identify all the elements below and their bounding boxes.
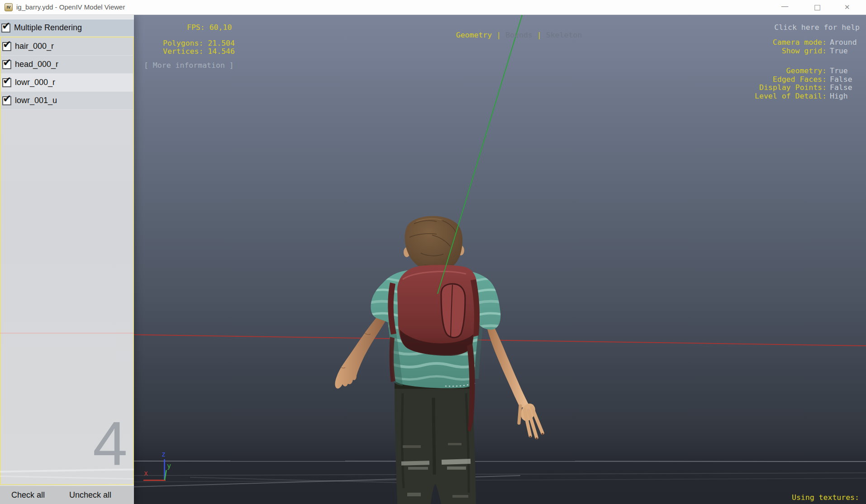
- camera-settings: Camera mode:Around Show grid:True: [773, 38, 859, 55]
- tab-separator: |: [496, 31, 501, 39]
- list-item-label: head_000_r: [15, 60, 58, 69]
- checkbox-checked-icon[interactable]: ✔: [2, 42, 12, 52]
- axis-x-label: x: [144, 469, 148, 477]
- level-of-detail-label: Level of Detail:: [755, 92, 827, 101]
- more-information-link[interactable]: [ More information ]: [144, 61, 234, 70]
- camera-mode-value: Around: [830, 38, 859, 47]
- textures-panel: Using textures: ig_barry.ytd [-] [+] Add…: [787, 467, 859, 504]
- list-item-label: lowr_000_r: [15, 78, 55, 87]
- using-textures-heading: Using textures:: [787, 491, 859, 504]
- edged-faces-label: Edged Faces:: [755, 75, 827, 84]
- display-points-value: False: [830, 84, 859, 92]
- maximize-button[interactable]: □: [814, 3, 821, 11]
- show-grid-value: True: [830, 47, 859, 56]
- level-of-detail-value: High: [830, 92, 859, 101]
- show-grid-label: Show grid:: [773, 47, 827, 56]
- left-arm: [335, 310, 388, 389]
- list-item-label: lowr_001_u: [15, 96, 57, 105]
- fps-counter: FPS: 60,10: [187, 23, 232, 32]
- render-settings: Geometry:True Edged Faces:False Display …: [755, 67, 859, 100]
- list-item-lowr-001[interactable]: ✔ lowr_001_u: [1, 92, 133, 110]
- checkbox-checked-icon[interactable]: ✔: [2, 60, 12, 70]
- tab-skeleton[interactable]: Skeleton: [546, 31, 582, 39]
- list-item-label: hair_000_r: [15, 42, 54, 51]
- display-points-label: Display Points:: [755, 84, 827, 92]
- openiv-model-viewer-window: FPS: 60,10 Polygons: 21.504 Vertices: 14…: [0, 0, 866, 504]
- checkbox-checked-icon[interactable]: ✔: [1, 23, 11, 33]
- tab-separator: |: [537, 31, 542, 39]
- title-bar: IV ig_barry.ydd - OpenIV Model Viewer — …: [0, 0, 866, 15]
- geometry-value: True: [830, 67, 859, 75]
- edged-faces-value: False: [830, 75, 859, 84]
- camera-mode-label: Camera mode:: [773, 38, 827, 47]
- minimize-button[interactable]: —: [781, 1, 789, 10]
- panel-button-bar: Check all Uncheck all: [0, 486, 134, 504]
- check-all-button[interactable]: Check all: [11, 490, 45, 500]
- axis-z-label: z: [162, 450, 166, 458]
- checkbox-checked-icon[interactable]: ✔: [2, 96, 12, 106]
- tab-geometry[interactable]: Geometry: [456, 31, 492, 39]
- hair: [405, 216, 463, 271]
- green-axis-guide-line: [438, 15, 522, 294]
- right-arm: [487, 321, 529, 408]
- multiple-rendering-toggle[interactable]: ✔ Multiple Rendering: [0, 19, 134, 36]
- axis-y-label: y: [167, 462, 171, 470]
- polygon-count: Polygons: 21.504: [163, 39, 235, 47]
- watermark-number: 4: [93, 412, 128, 474]
- list-item-hair[interactable]: ✔ hair_000_r: [1, 38, 133, 56]
- checkbox-checked-icon[interactable]: ✔: [2, 78, 12, 88]
- ground-grid-streaks: [134, 461, 866, 487]
- red-line-through-panel: [0, 333, 134, 334]
- openiv-app-icon: IV: [5, 3, 13, 11]
- list-item-lowr-000[interactable]: ✔ lowr_000_r: [1, 74, 133, 92]
- view-mode-tabs: Geometry|Bounds|Skeleton: [438, 22, 582, 48]
- uncheck-all-button[interactable]: Uncheck all: [69, 490, 111, 500]
- vertex-count: Vertices: 14.546: [163, 47, 235, 56]
- multiple-rendering-label: Multiple Rendering: [14, 23, 82, 33]
- list-item-head[interactable]: ✔ head_000_r: [1, 56, 133, 74]
- window-title: ig_barry.ydd - OpenIV Model Viewer: [16, 3, 125, 11]
- help-link[interactable]: Click here for help: [774, 23, 860, 32]
- tab-bounds[interactable]: Bounds: [505, 31, 533, 39]
- close-button[interactable]: ✕: [844, 3, 850, 11]
- geometry-label: Geometry:: [755, 67, 827, 75]
- model-parts-panel: ✔ Multiple Rendering ✔ hair_000_r ✔ head…: [0, 15, 134, 504]
- backpack-front-panel: [441, 284, 465, 338]
